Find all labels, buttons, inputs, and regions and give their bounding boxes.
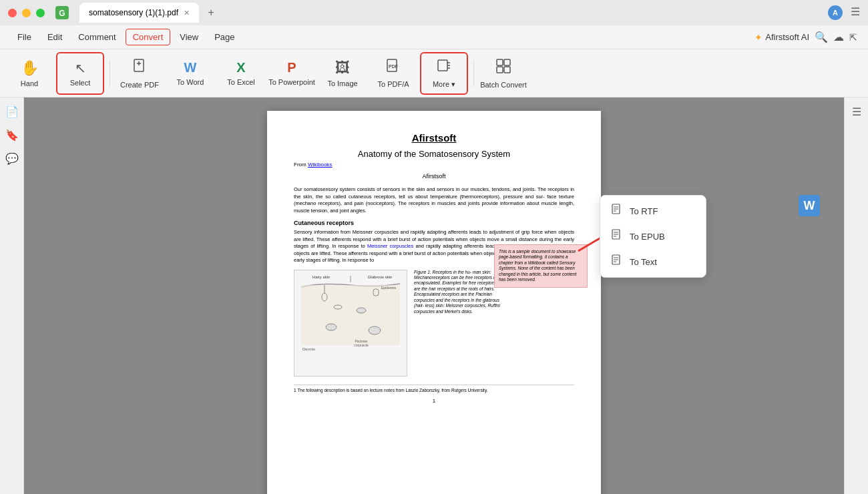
word-badge: W <box>799 195 820 216</box>
dropdown-to-text[interactable]: To Text <box>600 249 706 274</box>
tool-to-pdfa[interactable]: PDF To PDF/A <box>369 52 417 95</box>
expand-icon[interactable]: ⇱ <box>849 32 857 43</box>
ai-menu-item[interactable]: ✦ Afirstsoft AI <box>754 32 809 43</box>
tab-close-button[interactable]: ✕ <box>184 9 190 17</box>
to-excel-icon: X <box>236 60 245 75</box>
pdf-figure-caption: Figure 1: Receptors in the hu- man skin:… <box>414 270 501 377</box>
svg-text:Glabrous skin: Glabrous skin <box>368 275 393 279</box>
select-icon: ↖ <box>75 60 86 76</box>
to-epub-icon <box>611 229 623 244</box>
tool-to-image[interactable]: 🖼 To Image <box>318 52 367 95</box>
menu-edit[interactable]: Edit <box>41 29 69 45</box>
to-powerpoint-icon: P <box>287 60 296 75</box>
to-pdfa-icon: PDF <box>386 59 401 77</box>
cloud-icon: ☁ <box>833 31 844 43</box>
pdf-page-number: 1 <box>294 398 574 404</box>
hand-icon: ✋ <box>21 59 39 77</box>
pdf-highlight-text: This is a sample document to showcase pa… <box>499 249 576 282</box>
menu-page[interactable]: Page <box>208 29 241 45</box>
svg-text:Epidermis: Epidermis <box>381 286 397 290</box>
new-tab-button[interactable]: + <box>204 6 218 19</box>
to-word-icon: W <box>184 60 197 75</box>
svg-rect-14 <box>504 67 510 73</box>
user-avatar[interactable]: A <box>828 5 843 20</box>
sidebar-tool-3[interactable]: 💬 <box>3 150 21 168</box>
tool-batch-convert[interactable]: Batch Convert <box>479 52 527 95</box>
toolbar: ✋ Hand ↖ Select Create PDF W To Word X T… <box>0 49 868 97</box>
pdf-diagram: Hairy skin Glabrous skin <box>294 270 407 377</box>
pdf-body: Our somatosensory system consists of sen… <box>294 186 574 214</box>
tool-to-word-label: To Word <box>177 78 204 86</box>
dropdown-to-rtf[interactable]: To RTF <box>600 198 706 224</box>
menu-convert[interactable]: Convert <box>126 29 171 45</box>
pdf-from: From Wikibooks <box>294 162 574 168</box>
tool-batch-convert-label: Batch Convert <box>480 81 527 89</box>
pdf-section-title: Cutaneous receptors <box>294 220 574 226</box>
svg-text:G: G <box>59 9 65 18</box>
svg-point-25 <box>326 324 337 330</box>
sidebar-tool-2[interactable]: 🔖 <box>3 126 21 144</box>
search-icon[interactable]: 🔍 <box>815 31 828 43</box>
tool-hand[interactable]: ✋ Hand <box>5 52 53 95</box>
meissner-link[interactable]: Meissner corpuscles <box>367 243 413 249</box>
sidebar-tool-1[interactable]: 📄 <box>3 103 21 121</box>
content-area: Afirstsoft Anatomy of the Somatosensory … <box>24 97 844 494</box>
svg-rect-12 <box>504 59 510 65</box>
active-tab[interactable]: somatosensory (1)(1).pdf ✕ <box>79 3 199 23</box>
pdf-wiki-link[interactable]: Wikibooks <box>308 162 332 168</box>
tool-to-image-label: To Image <box>327 79 357 87</box>
tool-to-powerpoint-label: To Powerpoint <box>268 78 315 86</box>
to-text-icon <box>611 254 623 269</box>
tool-to-pdfa-label: To PDF/A <box>377 80 409 88</box>
svg-rect-7 <box>438 60 447 71</box>
minimize-button[interactable] <box>22 9 31 17</box>
pdf-highlight-box: This is a sample document to showcase pa… <box>494 244 588 288</box>
pdf-title: Afirstsoft <box>294 132 574 144</box>
more-icon <box>436 57 452 77</box>
tool-select[interactable]: ↖ Select <box>56 52 104 95</box>
to-text-label: To Text <box>630 257 657 267</box>
menu-file[interactable]: File <box>11 29 38 45</box>
toolbar-divider-2 <box>473 60 474 87</box>
tool-more[interactable]: More ▾ <box>420 52 468 95</box>
create-pdf-icon <box>132 58 148 78</box>
tab-bar: somatosensory (1)(1).pdf ✕ + <box>79 3 828 23</box>
main-layout: 📄 🔖 💬 Afirstsoft Anatomy of the Somatose… <box>0 97 868 494</box>
to-image-icon: 🖼 <box>335 59 350 77</box>
dropdown-to-epub[interactable]: To EPUB <box>600 224 706 249</box>
tool-more-label: More ▾ <box>433 80 455 89</box>
tool-to-excel[interactable]: X To Excel <box>217 52 265 95</box>
pdf-subtitle: Anatomy of the Somatosensory System <box>294 149 574 159</box>
to-rtf-icon <box>611 204 623 218</box>
hamburger-icon[interactable]: ☰ <box>851 5 860 20</box>
svg-rect-19 <box>301 285 400 345</box>
ai-label: Afirstsoft AI <box>765 32 809 42</box>
title-bar: G somatosensory (1)(1).pdf ✕ + A ☰ <box>0 0 868 25</box>
close-button[interactable] <box>8 9 17 17</box>
word-badge-letter: W <box>804 199 815 213</box>
tool-create-pdf[interactable]: Create PDF <box>116 52 164 95</box>
ai-star-icon: ✦ <box>754 32 763 43</box>
svg-text:PDF: PDF <box>389 64 399 69</box>
svg-rect-13 <box>497 67 503 73</box>
tab-filename: somatosensory (1)(1).pdf <box>89 8 178 17</box>
pdf-page: Afirstsoft Anatomy of the Somatosensory … <box>267 111 601 494</box>
maximize-button[interactable] <box>36 9 45 17</box>
menu-comment[interactable]: Comment <box>71 29 122 45</box>
batch-convert-icon <box>495 58 511 78</box>
pdf-footnote: 1 The following description is based on … <box>294 385 574 393</box>
to-rtf-label: To RTF <box>630 206 658 216</box>
svg-rect-11 <box>497 59 503 65</box>
tool-to-powerpoint[interactable]: P To Powerpoint <box>268 52 316 95</box>
menu-view[interactable]: View <box>173 29 205 45</box>
pdf-publisher: Afirstsoft <box>294 173 574 180</box>
tool-select-label: Select <box>70 79 91 87</box>
svg-text:Hairy skin: Hairy skin <box>312 275 330 279</box>
right-sidebar-icon[interactable]: ☰ <box>849 103 864 121</box>
menu-right: ✦ Afirstsoft AI 🔍 ☁ ⇱ <box>754 31 857 43</box>
tool-to-word[interactable]: W To Word <box>166 52 214 95</box>
tool-to-excel-label: To Excel <box>227 78 255 86</box>
tool-hand-label: Hand <box>21 79 38 87</box>
svg-point-23 <box>357 308 366 313</box>
svg-point-26 <box>369 326 381 334</box>
